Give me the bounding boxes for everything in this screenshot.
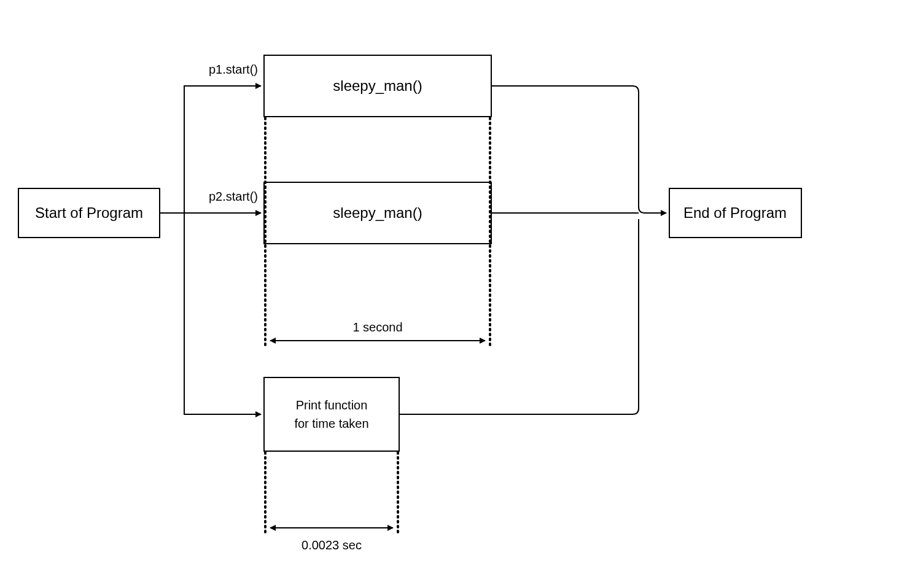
end-label: End of Program xyxy=(683,204,787,221)
edge-sleepy1-end xyxy=(491,86,666,213)
edge-print-end xyxy=(399,219,639,414)
sleepy-man-2-node: sleepy_man() xyxy=(264,182,491,244)
start-label: Start of Program xyxy=(35,204,143,221)
duration-long-label: 1 second xyxy=(352,320,402,334)
sleepy-man-1-node: sleepy_man() xyxy=(264,55,491,117)
edge-p1-label: p1.start() xyxy=(209,63,258,76)
edge-p2-label: p2.start() xyxy=(209,190,258,203)
svg-rect-3 xyxy=(264,377,399,451)
sleepy-man-1-label: sleepy_man() xyxy=(333,77,422,94)
print-line1: Print function xyxy=(296,398,368,412)
sleepy-man-2-label: sleepy_man() xyxy=(333,204,422,221)
edge-to-print xyxy=(184,213,261,414)
duration-short-label: 0.0023 sec xyxy=(302,538,362,552)
print-function-node: Print function for time taken xyxy=(264,377,399,451)
print-line2: for time taken xyxy=(294,417,368,430)
end-node: End of Program xyxy=(669,188,801,238)
start-node: Start of Program xyxy=(18,188,160,238)
